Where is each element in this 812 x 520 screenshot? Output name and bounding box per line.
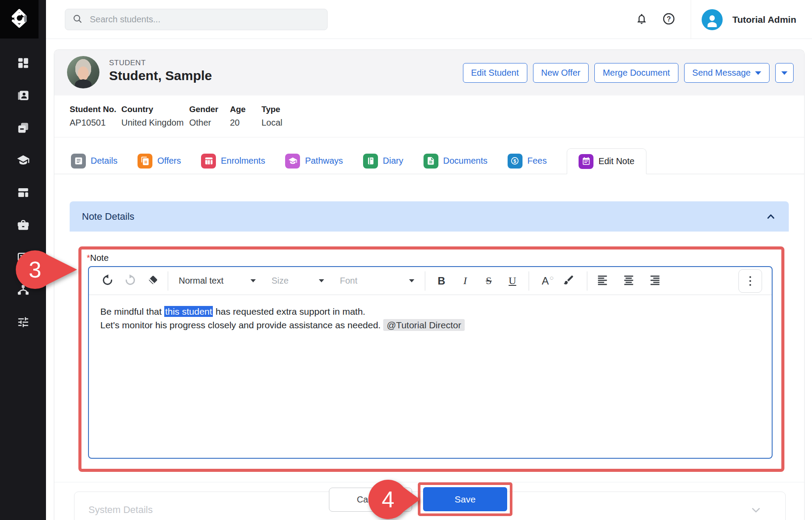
documents-tab-icon xyxy=(424,154,438,169)
selected-text: this student xyxy=(164,306,213,317)
search-icon xyxy=(72,14,89,26)
app-logo[interactable] xyxy=(0,0,39,39)
svg-text:?: ? xyxy=(667,15,671,22)
sidebar-item-courses[interactable] xyxy=(14,153,33,169)
tab-enrolments[interactable]: Enrolments xyxy=(201,148,265,174)
toolbar-divider xyxy=(425,271,425,291)
info-age: Age 20 xyxy=(230,95,261,137)
align-center-button[interactable] xyxy=(620,272,637,290)
underline-button[interactable]: U xyxy=(502,275,523,287)
layout-icon xyxy=(17,186,30,201)
tab-diary[interactable]: Diary xyxy=(363,148,403,174)
font-color-button[interactable]: A◌ xyxy=(535,275,555,287)
paragraph-style-select[interactable]: Normal text xyxy=(174,271,260,291)
strikethrough-button[interactable]: S xyxy=(479,275,499,287)
info-student-no: Student No. AP10501 xyxy=(70,95,121,137)
note-details-panel-header[interactable]: Note Details xyxy=(70,201,789,232)
mention-chip[interactable]: @Tutorial Director xyxy=(383,319,465,331)
new-offer-button[interactable]: New Offer xyxy=(533,63,589,83)
user-name[interactable]: Tutorial Admin xyxy=(732,14,796,25)
help-icon: ? xyxy=(662,12,675,27)
chevron-down-icon xyxy=(251,279,256,282)
briefcase-icon xyxy=(17,218,30,233)
ellipsis-dot xyxy=(749,280,751,282)
chevron-down-icon xyxy=(319,279,324,282)
search-input[interactable] xyxy=(89,14,320,25)
student-action-buttons: Edit Student New Offer Merge Document Se… xyxy=(463,63,794,83)
toolbar-divider xyxy=(587,271,587,291)
chevron-down-icon xyxy=(409,279,414,282)
pathways-tab-icon xyxy=(285,154,300,169)
align-right-button[interactable] xyxy=(646,272,664,290)
ellipsis-dot xyxy=(749,276,751,278)
sidebar-item-settings[interactable] xyxy=(14,315,33,331)
id-card-icon xyxy=(17,89,30,104)
notifications-button[interactable] xyxy=(632,10,651,29)
more-tools-button[interactable] xyxy=(738,269,762,293)
chevron-down-icon[interactable] xyxy=(749,503,763,516)
more-actions-dropdown-button[interactable] xyxy=(775,63,794,83)
align-left-button[interactable] xyxy=(593,272,611,290)
topbar-divider xyxy=(691,0,691,39)
undo-button[interactable] xyxy=(99,272,116,290)
bell-icon xyxy=(635,13,648,27)
pages-icon xyxy=(17,121,30,136)
info-type: Type Local xyxy=(261,95,314,137)
annotation-step-4-marker: 4 xyxy=(348,478,422,520)
tab-edit-note[interactable]: Edit Note xyxy=(567,148,646,174)
italic-button[interactable]: I xyxy=(455,275,475,287)
user-avatar[interactable] xyxy=(702,9,723,30)
tab-fees[interactable]: $ Fees xyxy=(508,148,547,174)
sidebar-item-layout[interactable] xyxy=(14,186,33,201)
chevron-up-icon[interactable] xyxy=(765,211,777,222)
student-card: STUDENT Student, Sample Edit Student New… xyxy=(54,49,805,520)
svg-text:$: $ xyxy=(514,158,517,164)
person-icon xyxy=(704,13,720,30)
help-button[interactable]: ? xyxy=(659,10,678,29)
font-family-select[interactable]: Font xyxy=(335,271,419,291)
tab-offers[interactable]: Offers xyxy=(138,148,181,174)
droplet-icon: ◌ xyxy=(550,274,554,281)
note-line-2: Let's monitor his progress closely and p… xyxy=(100,318,760,332)
highlighter-pen-icon xyxy=(563,274,575,288)
fees-tab-icon: $ xyxy=(508,154,523,169)
info-country: Country United Kingdom xyxy=(121,95,189,137)
note-details-title: Note Details xyxy=(82,211,134,222)
highlight-button[interactable] xyxy=(560,272,577,290)
redo-icon xyxy=(124,274,136,288)
graduation-cap-icon xyxy=(17,154,30,169)
bold-button[interactable]: B xyxy=(431,275,452,287)
search-box xyxy=(65,9,328,30)
save-button[interactable]: Save xyxy=(423,487,507,511)
annotation-step-3-marker: 3 xyxy=(12,249,79,291)
dashboard-icon xyxy=(17,56,30,71)
sidebar-item-students[interactable] xyxy=(14,88,33,104)
edit-student-button[interactable]: Edit Student xyxy=(463,63,527,83)
ellipsis-dot xyxy=(749,284,751,286)
tab-documents[interactable]: Documents xyxy=(424,148,487,174)
edit-note-tab-icon xyxy=(579,154,593,169)
tab-details[interactable]: Details xyxy=(71,148,117,174)
send-message-button[interactable]: Send Message xyxy=(684,63,770,83)
redo-button[interactable] xyxy=(121,272,139,290)
topbar-actions: ? Tutorial Admin xyxy=(632,0,812,39)
note-editor-content[interactable]: Be mindful that this student has request… xyxy=(89,295,772,341)
sidebar-item-offers[interactable] xyxy=(14,121,33,137)
student-avatar-photo[interactable] xyxy=(67,56,99,88)
app-logo-icon xyxy=(8,7,31,32)
chevron-down-icon xyxy=(755,71,761,75)
sidebar-item-dashboard[interactable] xyxy=(14,56,33,72)
align-left-icon xyxy=(597,274,608,288)
enrolments-tab-icon xyxy=(201,154,216,169)
editor-toolbar: Normal text Size Font B I S U xyxy=(89,267,772,295)
student-info-row: Student No. AP10501 Country United Kingd… xyxy=(54,95,804,137)
save-annotation-box: Save xyxy=(418,482,512,516)
tune-sliders-icon xyxy=(17,316,30,330)
align-right-icon xyxy=(649,274,661,288)
merge-document-button[interactable]: Merge Document xyxy=(594,63,678,83)
font-size-select[interactable]: Size xyxy=(267,271,328,291)
clear-formatting-button[interactable] xyxy=(144,272,162,290)
sidebar-item-services[interactable] xyxy=(14,218,33,234)
tab-pathways[interactable]: Pathways xyxy=(285,148,343,174)
student-kicker: STUDENT xyxy=(109,59,146,67)
